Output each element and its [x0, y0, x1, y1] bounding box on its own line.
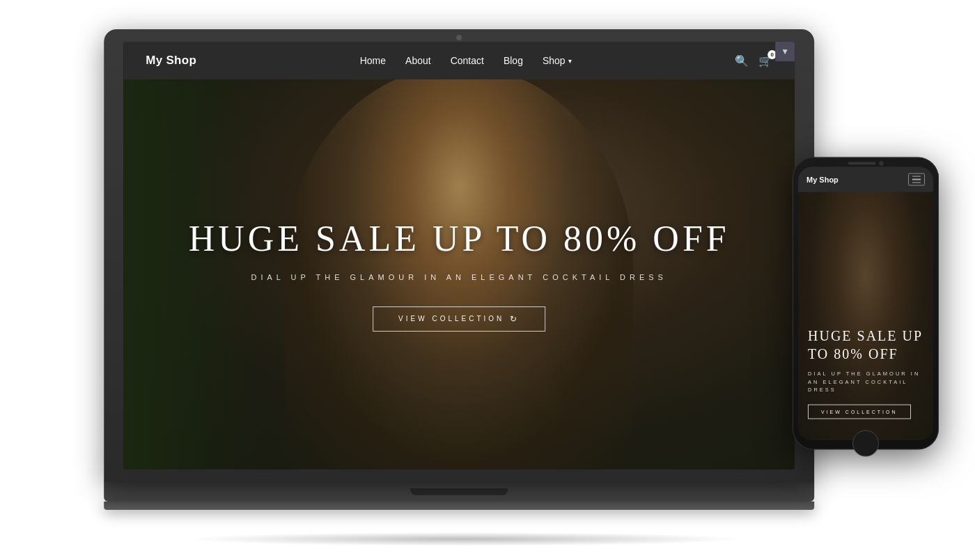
phone-camera-dot — [880, 162, 884, 166]
nav-shop[interactable]: Shop — [543, 55, 566, 66]
menu-line-1 — [912, 176, 921, 177]
phone-view-collection-button[interactable]: VIEW COLLECTION — [808, 405, 911, 419]
phone-logo: My Shop — [806, 176, 838, 184]
nav-home[interactable]: Home — [360, 55, 386, 66]
shop-chevron-down-icon: ▾ — [568, 57, 572, 65]
menu-line-3 — [912, 182, 921, 183]
phone-header: My Shop — [798, 167, 933, 192]
laptop-camera — [456, 35, 462, 40]
minimize-button[interactable]: ▼ — [775, 42, 795, 61]
hero-title: HUGE SALE UP TO 80% OFF — [189, 218, 730, 259]
laptop-body: ▼ My Shop Home About Contact Blog Shop ▾ — [104, 29, 814, 482]
phone-menu-button[interactable] — [908, 173, 925, 186]
phone-hero-subtitle: DIAL UP THE GLAMOUR IN AN ELEGANT COCKTA… — [808, 370, 923, 394]
laptop-foot — [104, 501, 814, 510]
phone-hero-section: HUGE SALE UP TO 80% OFF DIAL UP THE GLAM… — [798, 167, 933, 440]
cart-icon[interactable]: 🛒 0 — [758, 54, 772, 68]
phone-device: My Shop HUGE SALE UP TO 80% OFF DIAL UP … — [793, 157, 939, 450]
laptop-notch — [410, 488, 508, 495]
phone-screen: My Shop HUGE SALE UP TO 80% OFF DIAL UP … — [798, 167, 933, 440]
view-collection-button[interactable]: VIEW COLLECTION — [373, 306, 545, 332]
search-icon[interactable]: 🔍 — [735, 54, 749, 68]
phone-camera-area — [848, 162, 884, 166]
nav-blog[interactable]: Blog — [504, 55, 523, 66]
site-nav: Home About Contact Blog Shop ▾ — [360, 55, 572, 66]
site-header: My Shop Home About Contact Blog Shop ▾ 🔍 — [123, 42, 795, 79]
hero-section: HUGE SALE UP TO 80% OFF DIAL UP THE GLAM… — [123, 42, 795, 469]
scene: ▼ My Shop Home About Contact Blog Shop ▾ — [0, 0, 975, 560]
phone-speaker — [848, 162, 876, 165]
hero-content: HUGE SALE UP TO 80% OFF DIAL UP THE GLAM… — [189, 218, 730, 332]
menu-line-2 — [912, 179, 921, 180]
phone-hero-title: HUGE SALE UP TO 80% OFF — [808, 327, 923, 363]
nav-about[interactable]: About — [405, 55, 431, 66]
site-logo: My Shop — [146, 54, 196, 68]
laptop-device: ▼ My Shop Home About Contact Blog Shop ▾ — [104, 29, 814, 531]
laptop-screen: ▼ My Shop Home About Contact Blog Shop ▾ — [123, 42, 795, 469]
minimize-icon: ▼ — [781, 47, 789, 56]
hero-subtitle: DIAL UP THE GLAMOUR IN AN ELEGANT COCKTA… — [189, 273, 730, 281]
laptop-shadow — [187, 532, 744, 546]
nav-shop-wrapper[interactable]: Shop ▾ — [543, 55, 572, 66]
phone-home-button[interactable] — [852, 430, 879, 457]
laptop-base — [104, 482, 814, 501]
site-icons: 🔍 🛒 0 — [735, 54, 772, 68]
nav-contact[interactable]: Contact — [451, 55, 484, 66]
